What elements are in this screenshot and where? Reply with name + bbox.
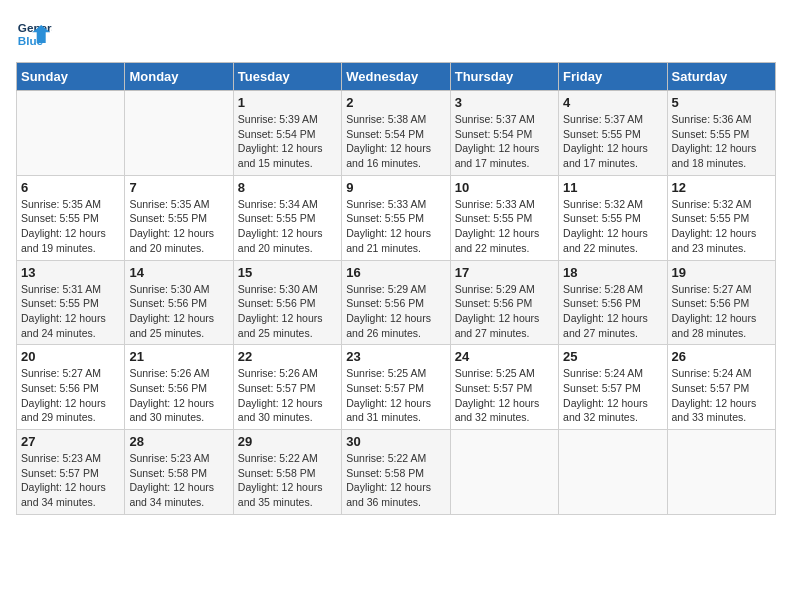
calendar-cell: 27Sunrise: 5:23 AM Sunset: 5:57 PM Dayli… [17,430,125,515]
svg-text:General: General [18,21,52,34]
day-number: 3 [455,95,554,110]
day-detail: Sunrise: 5:27 AM Sunset: 5:56 PM Dayligh… [672,282,771,341]
calendar-cell: 28Sunrise: 5:23 AM Sunset: 5:58 PM Dayli… [125,430,233,515]
calendar-cell: 12Sunrise: 5:32 AM Sunset: 5:55 PM Dayli… [667,175,775,260]
header-day-wednesday: Wednesday [342,63,450,91]
day-detail: Sunrise: 5:31 AM Sunset: 5:55 PM Dayligh… [21,282,120,341]
header-day-saturday: Saturday [667,63,775,91]
calendar-cell: 29Sunrise: 5:22 AM Sunset: 5:58 PM Dayli… [233,430,341,515]
day-number: 17 [455,265,554,280]
day-detail: Sunrise: 5:30 AM Sunset: 5:56 PM Dayligh… [129,282,228,341]
calendar-cell: 13Sunrise: 5:31 AM Sunset: 5:55 PM Dayli… [17,260,125,345]
day-detail: Sunrise: 5:34 AM Sunset: 5:55 PM Dayligh… [238,197,337,256]
calendar-table: SundayMondayTuesdayWednesdayThursdayFrid… [16,62,776,515]
calendar-cell: 9Sunrise: 5:33 AM Sunset: 5:55 PM Daylig… [342,175,450,260]
day-number: 29 [238,434,337,449]
calendar-week-row: 1Sunrise: 5:39 AM Sunset: 5:54 PM Daylig… [17,91,776,176]
day-number: 14 [129,265,228,280]
day-number: 10 [455,180,554,195]
day-number: 24 [455,349,554,364]
day-detail: Sunrise: 5:22 AM Sunset: 5:58 PM Dayligh… [238,451,337,510]
page-header: General Blue [16,16,776,52]
day-number: 6 [21,180,120,195]
day-number: 1 [238,95,337,110]
day-number: 12 [672,180,771,195]
day-number: 25 [563,349,662,364]
calendar-cell: 22Sunrise: 5:26 AM Sunset: 5:57 PM Dayli… [233,345,341,430]
calendar-cell [559,430,667,515]
day-detail: Sunrise: 5:33 AM Sunset: 5:55 PM Dayligh… [455,197,554,256]
calendar-cell: 2Sunrise: 5:38 AM Sunset: 5:54 PM Daylig… [342,91,450,176]
calendar-cell: 19Sunrise: 5:27 AM Sunset: 5:56 PM Dayli… [667,260,775,345]
day-number: 7 [129,180,228,195]
calendar-cell: 1Sunrise: 5:39 AM Sunset: 5:54 PM Daylig… [233,91,341,176]
day-detail: Sunrise: 5:22 AM Sunset: 5:58 PM Dayligh… [346,451,445,510]
calendar-cell [17,91,125,176]
day-detail: Sunrise: 5:26 AM Sunset: 5:56 PM Dayligh… [129,366,228,425]
day-number: 2 [346,95,445,110]
day-detail: Sunrise: 5:37 AM Sunset: 5:54 PM Dayligh… [455,112,554,171]
calendar-cell [125,91,233,176]
day-detail: Sunrise: 5:24 AM Sunset: 5:57 PM Dayligh… [672,366,771,425]
header-day-friday: Friday [559,63,667,91]
day-detail: Sunrise: 5:26 AM Sunset: 5:57 PM Dayligh… [238,366,337,425]
day-detail: Sunrise: 5:35 AM Sunset: 5:55 PM Dayligh… [129,197,228,256]
day-detail: Sunrise: 5:30 AM Sunset: 5:56 PM Dayligh… [238,282,337,341]
calendar-week-row: 13Sunrise: 5:31 AM Sunset: 5:55 PM Dayli… [17,260,776,345]
day-detail: Sunrise: 5:28 AM Sunset: 5:56 PM Dayligh… [563,282,662,341]
calendar-cell: 4Sunrise: 5:37 AM Sunset: 5:55 PM Daylig… [559,91,667,176]
day-detail: Sunrise: 5:29 AM Sunset: 5:56 PM Dayligh… [346,282,445,341]
calendar-cell: 17Sunrise: 5:29 AM Sunset: 5:56 PM Dayli… [450,260,558,345]
calendar-cell: 15Sunrise: 5:30 AM Sunset: 5:56 PM Dayli… [233,260,341,345]
day-number: 18 [563,265,662,280]
day-number: 4 [563,95,662,110]
day-number: 21 [129,349,228,364]
calendar-cell: 16Sunrise: 5:29 AM Sunset: 5:56 PM Dayli… [342,260,450,345]
day-detail: Sunrise: 5:35 AM Sunset: 5:55 PM Dayligh… [21,197,120,256]
calendar-cell: 11Sunrise: 5:32 AM Sunset: 5:55 PM Dayli… [559,175,667,260]
calendar-cell: 6Sunrise: 5:35 AM Sunset: 5:55 PM Daylig… [17,175,125,260]
day-number: 15 [238,265,337,280]
day-detail: Sunrise: 5:32 AM Sunset: 5:55 PM Dayligh… [672,197,771,256]
day-number: 16 [346,265,445,280]
calendar-cell: 14Sunrise: 5:30 AM Sunset: 5:56 PM Dayli… [125,260,233,345]
calendar-cell: 30Sunrise: 5:22 AM Sunset: 5:58 PM Dayli… [342,430,450,515]
day-detail: Sunrise: 5:25 AM Sunset: 5:57 PM Dayligh… [346,366,445,425]
calendar-cell: 21Sunrise: 5:26 AM Sunset: 5:56 PM Dayli… [125,345,233,430]
calendar-week-row: 20Sunrise: 5:27 AM Sunset: 5:56 PM Dayli… [17,345,776,430]
calendar-cell: 10Sunrise: 5:33 AM Sunset: 5:55 PM Dayli… [450,175,558,260]
day-number: 22 [238,349,337,364]
calendar-cell [667,430,775,515]
day-detail: Sunrise: 5:25 AM Sunset: 5:57 PM Dayligh… [455,366,554,425]
day-number: 11 [563,180,662,195]
header-day-thursday: Thursday [450,63,558,91]
day-number: 27 [21,434,120,449]
calendar-cell: 26Sunrise: 5:24 AM Sunset: 5:57 PM Dayli… [667,345,775,430]
day-detail: Sunrise: 5:27 AM Sunset: 5:56 PM Dayligh… [21,366,120,425]
day-detail: Sunrise: 5:24 AM Sunset: 5:57 PM Dayligh… [563,366,662,425]
day-detail: Sunrise: 5:36 AM Sunset: 5:55 PM Dayligh… [672,112,771,171]
header-day-monday: Monday [125,63,233,91]
day-number: 19 [672,265,771,280]
calendar-cell: 18Sunrise: 5:28 AM Sunset: 5:56 PM Dayli… [559,260,667,345]
calendar-cell: 25Sunrise: 5:24 AM Sunset: 5:57 PM Dayli… [559,345,667,430]
calendar-week-row: 27Sunrise: 5:23 AM Sunset: 5:57 PM Dayli… [17,430,776,515]
logo: General Blue [16,16,52,52]
day-detail: Sunrise: 5:29 AM Sunset: 5:56 PM Dayligh… [455,282,554,341]
calendar-week-row: 6Sunrise: 5:35 AM Sunset: 5:55 PM Daylig… [17,175,776,260]
header-day-tuesday: Tuesday [233,63,341,91]
calendar-header-row: SundayMondayTuesdayWednesdayThursdayFrid… [17,63,776,91]
day-number: 13 [21,265,120,280]
day-detail: Sunrise: 5:23 AM Sunset: 5:57 PM Dayligh… [21,451,120,510]
day-number: 8 [238,180,337,195]
calendar-cell: 5Sunrise: 5:36 AM Sunset: 5:55 PM Daylig… [667,91,775,176]
calendar-cell: 20Sunrise: 5:27 AM Sunset: 5:56 PM Dayli… [17,345,125,430]
day-number: 23 [346,349,445,364]
day-number: 26 [672,349,771,364]
calendar-cell: 7Sunrise: 5:35 AM Sunset: 5:55 PM Daylig… [125,175,233,260]
calendar-cell: 8Sunrise: 5:34 AM Sunset: 5:55 PM Daylig… [233,175,341,260]
day-number: 5 [672,95,771,110]
day-detail: Sunrise: 5:39 AM Sunset: 5:54 PM Dayligh… [238,112,337,171]
day-number: 28 [129,434,228,449]
day-detail: Sunrise: 5:33 AM Sunset: 5:55 PM Dayligh… [346,197,445,256]
